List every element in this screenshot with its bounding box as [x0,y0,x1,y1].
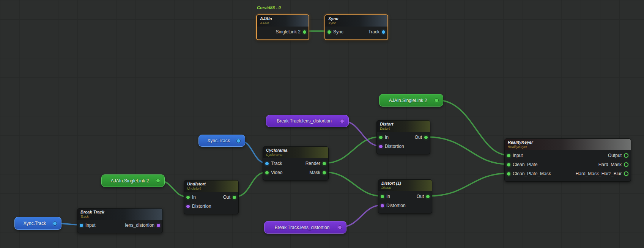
output-port-output[interactable] [624,153,628,158]
portal-output-port[interactable] [53,222,57,225]
node-subtitle: AJAIn [260,21,305,25]
portal-ajain-singlelink2-left[interactable]: AJAIn.SingleLink 2 [101,174,165,187]
port-row: In Out [378,192,432,201]
port-label-distortion: Distortion [385,144,404,149]
port-row: Input lens_distortion [77,221,162,230]
wire-ajainpill-to-keyer-input [437,100,508,155]
input-port-in[interactable] [379,136,383,139]
portal-output-port[interactable] [340,119,344,123]
node-cyclorama[interactable]: Cyclorama Cyclorama Track Render Video [263,146,329,181]
node-break-track[interactable]: Break Track Track Input lens_distortion [77,208,163,233]
port-label-clean-plate-mask: Clean_Plate_Mask [513,171,551,176]
node-subtitle: Undistort [187,187,235,191]
output-port-hard-mask[interactable] [624,162,628,167]
port-row: In Out [184,193,238,202]
node-ajain[interactable]: AJAIn AJAIn SingleLink 2 [256,14,309,40]
portal-xync-track-left[interactable]: Xync.Track [14,217,61,230]
input-port-sync[interactable] [328,30,331,34]
output-port-singlelink2[interactable] [303,30,306,34]
node-graph-canvas[interactable]: Corvid88 - 0 AJAIn AJAIn SingleLink 2 Xy… [0,0,644,248]
portal-label: AJAIn.SingleLink 2 [106,178,153,184]
port-label-clean-plate: Clean_Plate [513,162,537,167]
node-subtitle: Xync [328,21,384,25]
port-row: SingleLink 2 [257,27,309,36]
wire-lenspill-bottom-to-distort1-distortion [340,205,382,227]
input-port-input[interactable] [80,224,83,227]
node-subtitle: Distort [380,127,427,131]
input-port-distortion[interactable] [186,205,190,208]
output-port-hard-mask-horz-blur[interactable] [624,171,628,176]
node-distort[interactable]: Distort Distort In Out Distortion [376,120,430,154]
input-port-clean-plate[interactable] [507,163,510,166]
node-undistort[interactable]: Undistort Undistort In Out Distortion [184,180,239,214]
node-header: Cyclorama Cyclorama [263,147,328,158]
node-title: RealityKeyer [508,140,628,145]
output-port-render[interactable] [323,162,326,165]
output-port-lens-distortion[interactable] [157,224,160,227]
port-row: Video Mask [263,168,328,177]
port-label-lens-distortion: lens_distortion [125,223,154,228]
input-port-distortion[interactable] [379,145,383,148]
portal-output-port[interactable] [237,139,240,143]
output-port-out[interactable] [424,136,428,139]
input-port-in[interactable] [381,195,384,198]
output-port-out[interactable] [233,196,236,199]
port-label-video: Video [271,170,282,175]
port-row: In Out [377,133,430,142]
input-port-clean-plate-mask[interactable] [507,172,510,176]
portal-label: AJAIn.SingleLink 2 [384,98,432,103]
portal-label: Break Track.lens_distortion [271,118,337,124]
wire-cyclorama-mask-to-distort1-in [325,172,382,196]
node-title: Xync [328,16,384,21]
input-port-input[interactable] [507,154,510,157]
port-label-in: In [385,135,389,140]
port-label-sync: Sync [333,29,343,35]
node-xync[interactable]: Xync Xync Sync Track [324,14,388,40]
port-row: Clean_Plate_Mask Hard_Mask_Horz_Blur [505,169,631,178]
output-port-out[interactable] [426,195,430,198]
node-header: Xync Xync [325,15,387,27]
port-row: Clean_Plate Hard_Mask [505,160,631,169]
port-label-track: Track [368,29,379,35]
selection-group-label: Corvid88 - 0 [257,5,281,10]
port-label-out: Out [415,135,422,140]
input-port-video[interactable] [265,171,269,174]
portal-breaktrack-lensdistortion-top[interactable]: Break Track.lens_distortion [266,115,349,127]
node-title: Undistort [187,182,235,187]
input-port-track[interactable] [265,162,269,165]
port-row: Sync Track [325,27,387,36]
port-row: Distortion [378,201,432,210]
node-header: Distort Distort [377,121,430,132]
input-port-distortion[interactable] [381,204,384,207]
portal-ajain-singlelink2-right[interactable]: AJAIn.SingleLink 2 [379,94,443,107]
portal-xync-track-mid[interactable]: Xync.Track [198,135,245,147]
node-subtitle: Distort [381,186,429,190]
port-label-in: In [192,195,196,200]
portal-output-port[interactable] [338,226,342,229]
input-port-in[interactable] [186,196,190,199]
port-label-output: Output [608,153,622,158]
portal-label: Xync.Track [203,138,234,143]
portal-breaktrack-lensdistortion-bottom[interactable]: Break Track.lens_distortion [264,221,346,234]
port-row: Track Render [263,159,328,168]
wire-distort1-out-to-keyer-cleanplatemask [428,173,508,196]
node-header: Undistort Undistort [184,181,238,192]
node-header: AJAIn AJAIn [257,15,309,27]
node-title: Distort [380,122,427,127]
node-subtitle: Track [80,215,159,219]
wire-undistort-out-to-cyclorama-video [235,172,266,197]
port-label-singlelink2: SingleLink 2 [276,29,301,35]
portal-output-port[interactable] [156,179,160,182]
node-distort-1[interactable]: Distort (1) Distort In Out Distortion [378,179,432,213]
portal-label: Break Track.lens_distortion [269,225,335,230]
port-label-hard-mask-horz-blur: Hard_Mask_Horz_Blur [576,171,622,176]
node-title: Cyclorama [266,148,325,153]
port-label-input: Input [513,153,523,158]
portal-output-port[interactable] [435,99,438,102]
port-label-distortion: Distortion [386,203,406,208]
output-port-track[interactable] [382,30,385,34]
port-label-in: In [386,194,390,199]
node-realitykeyer[interactable]: RealityKeyer RealityKeyer Input Output C… [504,138,631,182]
output-port-mask[interactable] [323,171,326,174]
node-subtitle: RealityKeyer [508,145,628,149]
